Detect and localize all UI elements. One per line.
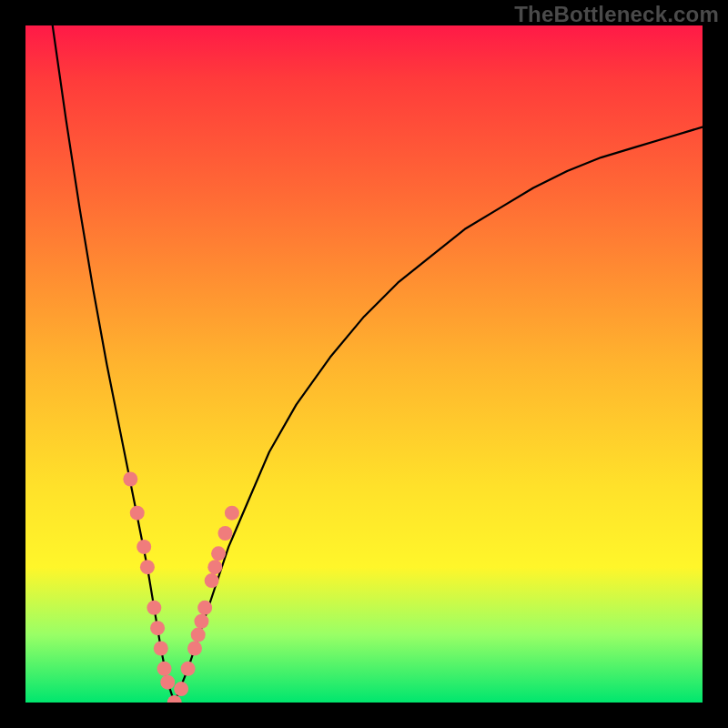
chart-plot-area <box>25 25 703 703</box>
chart-frame: TheBottleneck.com <box>0 0 728 728</box>
data-point <box>207 560 222 574</box>
data-point <box>150 621 165 635</box>
data-point <box>147 601 161 615</box>
data-point <box>160 675 175 690</box>
data-point <box>157 662 172 676</box>
data-point <box>154 641 168 655</box>
data-point <box>181 662 196 676</box>
data-point <box>217 526 232 541</box>
data-point <box>197 601 212 615</box>
watermark-text: TheBottleneck.com <box>514 2 719 27</box>
chart-svg <box>25 25 703 703</box>
data-point <box>191 628 206 642</box>
data-point <box>123 471 137 486</box>
data-point <box>187 641 202 655</box>
curve-right-branch <box>175 127 703 703</box>
data-point <box>211 546 226 561</box>
data-point <box>174 682 188 696</box>
data-point <box>194 614 208 629</box>
data-point <box>205 573 219 588</box>
data-point <box>136 540 151 554</box>
data-point <box>130 506 145 521</box>
data-point <box>140 560 155 574</box>
data-point <box>225 506 239 521</box>
data-point <box>167 695 182 703</box>
